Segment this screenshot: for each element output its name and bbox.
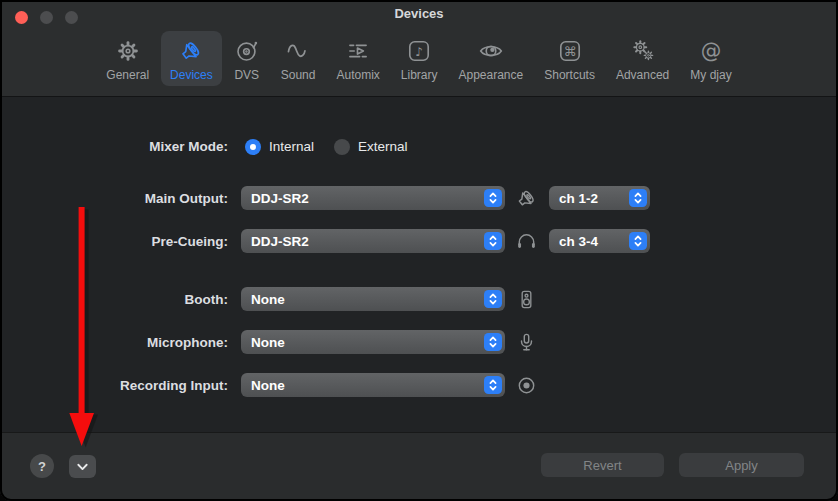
mixer-mode-label: Mixer Mode: [0, 138, 228, 155]
pre-cueing-channel-select[interactable]: ch 3-4 [549, 229, 650, 253]
pre-cueing-select[interactable]: DDJ-SR2 [241, 229, 505, 253]
automix-icon [345, 34, 371, 67]
at-sign-icon [698, 34, 724, 67]
gear-icon [115, 34, 141, 67]
tab-label: Advanced [616, 68, 669, 82]
main-output-channel-select[interactable]: ch 1-2 [549, 186, 650, 210]
popup-stepper-icon [484, 376, 502, 394]
popup-stepper-icon [629, 189, 647, 207]
tab-label: General [106, 68, 149, 82]
expand-chevron-button[interactable] [69, 455, 96, 478]
mixer-mode-radio-group: Internal External [245, 138, 408, 155]
popup-stepper-icon [484, 333, 502, 351]
radio-external-label: External [358, 139, 408, 154]
main-output-value: DDJ-SR2 [251, 191, 309, 206]
booth-label: Booth: [0, 291, 228, 308]
tab-sound[interactable]: Sound [272, 31, 325, 86]
tab-label: Automix [336, 68, 379, 82]
revert-button[interactable]: Revert [541, 453, 664, 477]
popup-stepper-icon [484, 290, 502, 308]
recording-input-value: None [251, 378, 285, 393]
microphone-select[interactable]: None [241, 330, 505, 354]
tab-advanced[interactable]: Advanced [607, 31, 678, 86]
recording-input-label: Recording Input: [0, 377, 228, 394]
microphone-icon [514, 330, 538, 354]
speaker-icon [514, 186, 538, 210]
booth-value: None [251, 292, 285, 307]
main-output-select[interactable]: DDJ-SR2 [241, 186, 505, 210]
tab-appearance[interactable]: Appearance [450, 31, 533, 86]
tab-label: Shortcuts [544, 68, 595, 82]
popup-stepper-icon [484, 189, 502, 207]
speaker-icon [178, 34, 204, 67]
radio-internal-label: Internal [269, 139, 314, 154]
help-button[interactable]: ? [30, 454, 54, 478]
tab-automix[interactable]: Automix [327, 31, 388, 86]
window-chrome: Devices General Devices DVS Sound Automi… [0, 0, 838, 97]
tab-label: Devices [170, 68, 213, 82]
turntable-icon [234, 34, 260, 67]
preferences-window: Devices General Devices DVS Sound Automi… [0, 0, 838, 501]
tab-shortcuts[interactable]: Shortcuts [535, 31, 604, 86]
tab-my-djay[interactable]: My djay [681, 31, 740, 86]
record-icon [514, 373, 538, 397]
main-output-label: Main Output: [0, 190, 228, 207]
tab-label: Appearance [459, 68, 524, 82]
booth-select[interactable]: None [241, 287, 505, 311]
tab-dvs[interactable]: DVS [225, 31, 269, 86]
preferences-toolbar: General Devices DVS Sound Automix Librar… [0, 27, 838, 99]
pre-cueing-value: DDJ-SR2 [251, 234, 309, 249]
main-output-channel-value: ch 1-2 [559, 191, 598, 206]
tab-label: Sound [281, 68, 316, 82]
tab-devices[interactable]: Devices [161, 31, 222, 86]
microphone-label: Microphone: [0, 334, 228, 351]
gears-icon [630, 34, 656, 67]
tab-label: My djay [690, 68, 731, 82]
eye-icon [478, 34, 504, 67]
recording-input-select[interactable]: None [241, 373, 505, 397]
radio-external[interactable] [334, 139, 350, 155]
radio-internal[interactable] [245, 139, 261, 155]
popup-stepper-icon [629, 232, 647, 250]
music-note-icon [406, 34, 432, 67]
pre-cueing-label: Pre-Cueing: [0, 233, 228, 250]
window-title: Devices [0, 6, 838, 21]
tab-general[interactable]: General [97, 31, 158, 86]
pre-cueing-channel-value: ch 3-4 [559, 234, 598, 249]
popup-stepper-icon [484, 232, 502, 250]
booth-speaker-icon [514, 287, 538, 311]
chevron-down-icon [76, 463, 89, 471]
apply-button[interactable]: Apply [679, 453, 804, 477]
tab-label: DVS [234, 68, 259, 82]
tab-label: Library [401, 68, 438, 82]
headphones-icon [514, 229, 538, 253]
tab-library[interactable]: Library [392, 31, 447, 86]
sine-wave-icon [285, 34, 311, 67]
command-key-icon [557, 34, 583, 67]
microphone-value: None [251, 335, 285, 350]
